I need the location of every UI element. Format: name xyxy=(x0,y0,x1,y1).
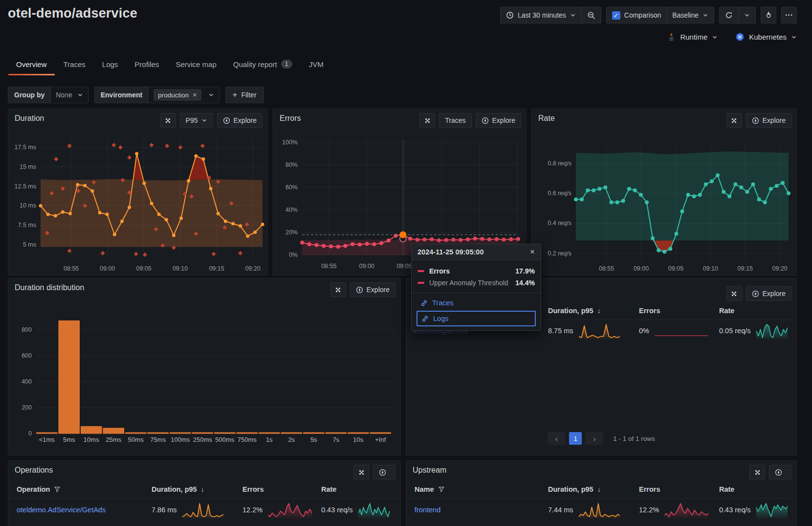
explore-button[interactable] xyxy=(769,465,791,480)
baseline-label: Baseline xyxy=(672,11,699,19)
column-header-errors[interactable]: Errors xyxy=(639,483,660,495)
panel-title: Duration xyxy=(15,114,44,123)
explore-button[interactable]: Explore xyxy=(350,282,395,297)
percentile-dropdown[interactable]: P95 xyxy=(180,113,213,128)
tab-traces[interactable]: Traces xyxy=(55,54,94,75)
tooltip-link-logs[interactable]: Logs xyxy=(417,311,536,326)
add-filter-button[interactable]: +Filter xyxy=(225,87,264,103)
group-by-dropdown[interactable]: None xyxy=(50,87,88,103)
rate-sparkline xyxy=(358,500,390,520)
expand-icon[interactable] xyxy=(726,286,742,301)
svg-text:0.2 req/s: 0.2 req/s xyxy=(548,250,571,257)
chevron-down-icon xyxy=(570,12,576,18)
explore-button[interactable]: Explore xyxy=(746,286,791,301)
tooltip-series-label: Upper Anomaly Threshold xyxy=(429,279,510,287)
comparison-control[interactable]: ✓ Comparison Baseline xyxy=(606,7,714,23)
rate-chart[interactable]: 08:5509:0009:0509:1009:1509:200.2 req/s0… xyxy=(532,109,796,275)
refresh-button[interactable] xyxy=(720,7,738,23)
expand-icon[interactable] xyxy=(353,465,369,480)
rate-sparkline xyxy=(756,500,788,520)
refresh-interval-dropdown[interactable] xyxy=(738,7,755,23)
tab-profiles[interactable]: Profiles xyxy=(126,54,167,75)
column-header-duration[interactable]: Duration, p95↓ xyxy=(548,483,601,495)
duration-panel: 08:5509:0009:0509:1009:1509:205 ms7.5 ms… xyxy=(8,109,268,275)
panel-title: Errors xyxy=(280,114,301,123)
refresh-control[interactable] xyxy=(719,7,756,23)
operations-panel: Operations Operation Duration, p95↓ Erro… xyxy=(8,460,401,526)
filter-icon[interactable] xyxy=(54,486,61,493)
expand-icon[interactable] xyxy=(160,113,176,128)
column-header-rate[interactable]: Rate xyxy=(719,305,734,317)
zoom-out-icon xyxy=(587,11,595,20)
explore-button[interactable] xyxy=(373,465,395,480)
svg-text:7s: 7s xyxy=(332,436,339,443)
rate-panel: 08:5509:0009:0509:1009:1509:200.2 req/s0… xyxy=(531,109,797,275)
svg-text:09:00: 09:00 xyxy=(634,265,649,272)
svg-text:0%: 0% xyxy=(289,252,298,258)
svg-text:5ms: 5ms xyxy=(63,436,75,443)
svg-text:09:10: 09:10 xyxy=(703,265,718,272)
column-header-errors[interactable]: Errors xyxy=(639,305,660,317)
duration-chart[interactable]: 08:5509:0009:0509:1009:1509:205 ms7.5 ms… xyxy=(8,109,267,275)
environment-filter[interactable]: Environment production× xyxy=(94,87,219,103)
more-options-button[interactable]: ··· xyxy=(781,7,797,23)
duration-distribution-chart[interactable]: 0200400600800<1ms5ms10ms25ms50ms75ms100m… xyxy=(8,278,400,455)
table-row-name[interactable]: oteldemo.AdService/GetAds xyxy=(17,499,106,521)
column-header-errors[interactable]: Errors xyxy=(242,483,264,495)
tab-quality-report[interactable]: Quality report1 xyxy=(225,54,301,75)
svg-text:15 ms: 15 ms xyxy=(20,163,36,170)
column-header-duration[interactable]: Duration, p95↓ xyxy=(548,305,601,317)
errors-sparkline xyxy=(654,321,709,341)
next-page-button[interactable]: › xyxy=(586,432,603,445)
svg-text:08:55: 08:55 xyxy=(599,265,614,272)
column-header-operation[interactable]: Operation xyxy=(17,483,61,495)
baseline-dropdown[interactable]: Baseline xyxy=(666,7,714,23)
expand-icon[interactable] xyxy=(726,113,742,128)
svg-text:<1ms: <1ms xyxy=(39,436,55,443)
current-page-button[interactable]: 1 xyxy=(569,432,582,445)
svg-text:100ms: 100ms xyxy=(171,436,190,443)
tooltip-link-traces[interactable]: Traces xyxy=(417,296,536,310)
filter-icon[interactable] xyxy=(438,486,445,493)
svg-text:09:10: 09:10 xyxy=(173,265,188,272)
expand-icon[interactable] xyxy=(749,465,765,480)
zoom-out-button[interactable] xyxy=(581,7,601,23)
svg-text:09:15: 09:15 xyxy=(209,265,224,272)
tooltip-timestamp: 2024-11-25 09:05:00 xyxy=(417,248,483,256)
svg-text:09:00: 09:00 xyxy=(100,265,115,272)
column-header-duration[interactable]: Duration, p95↓ xyxy=(152,483,204,495)
time-picker[interactable]: Last 30 minutes xyxy=(500,7,601,23)
table-cell-duration: 8.75 ms xyxy=(548,320,620,342)
comparison-checkbox[interactable]: ✓ xyxy=(612,11,620,20)
close-icon[interactable]: × xyxy=(530,247,535,257)
chevron-down-icon xyxy=(791,34,797,40)
svg-text:25ms: 25ms xyxy=(106,436,121,443)
column-header-rate[interactable]: Rate xyxy=(321,483,336,495)
environment-value-chip[interactable]: production× xyxy=(154,89,201,101)
tab-overview[interactable]: Overview xyxy=(8,54,55,75)
table-row-name[interactable]: frontend xyxy=(415,499,440,521)
kubernetes-selector[interactable]: Kubernetes xyxy=(735,32,797,42)
traces-button[interactable]: Traces xyxy=(439,113,471,128)
flame-button[interactable] xyxy=(761,7,776,23)
explore-button[interactable]: Explore xyxy=(746,113,791,128)
svg-text:500ms: 500ms xyxy=(215,436,235,443)
svg-text:09:05: 09:05 xyxy=(136,265,151,272)
svg-text:75ms: 75ms xyxy=(150,436,166,443)
group-by-control[interactable]: Group by None xyxy=(8,87,88,103)
column-header-name[interactable]: Name xyxy=(415,483,445,495)
runtime-selector[interactable]: Runtime xyxy=(667,33,718,42)
tab-logs[interactable]: Logs xyxy=(94,54,127,75)
tab-jvm[interactable]: JVM xyxy=(301,54,332,75)
flame-icon xyxy=(765,11,772,19)
plus-icon: + xyxy=(233,90,238,100)
tab-service-map[interactable]: Service map xyxy=(167,54,224,75)
expand-icon[interactable] xyxy=(330,282,346,297)
column-header-rate[interactable]: Rate xyxy=(719,483,734,495)
explore-button[interactable]: Explore xyxy=(217,113,263,128)
prev-page-button[interactable]: ‹ xyxy=(548,432,565,445)
remove-icon[interactable]: × xyxy=(193,91,197,99)
explore-button[interactable]: Explore xyxy=(476,113,521,128)
svg-text:10ms: 10ms xyxy=(84,436,99,443)
expand-icon[interactable] xyxy=(419,113,435,128)
